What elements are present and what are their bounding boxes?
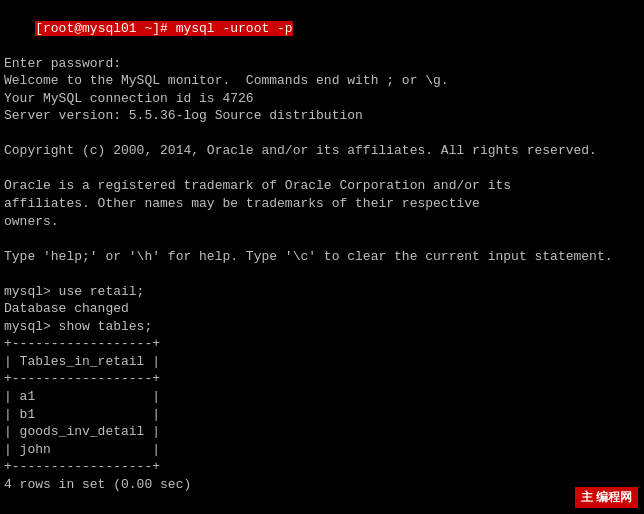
watermark-icon: 主 [581,490,593,504]
enter-password-line: Enter password: [4,55,640,73]
rows-count-line: 4 rows in set (0.00 sec) [4,476,640,494]
watermark-text: 编程网 [596,490,632,504]
welcome-line: Welcome to the MySQL monitor. Commands e… [4,72,640,90]
command-text: [root@mysql01 ~]# mysql -uroot -p [35,21,292,36]
table-border-bottom: +------------------+ [4,458,640,476]
blank-3 [4,230,640,248]
use-retail-line: mysql> use retail; [4,283,640,301]
terminal-window: [root@mysql01 ~]# mysql -uroot -p Enter … [0,0,644,514]
watermark-badge: 主 编程网 [575,487,638,508]
table-row-b1: | b1 | [4,406,640,424]
table-border-top: +------------------+ [4,335,640,353]
db-changed-line: Database changed [4,300,640,318]
oracle-line3: owners. [4,213,640,231]
show-tables-line: mysql> show tables; [4,318,640,336]
copyright-line: Copyright (c) 2000, 2014, Oracle and/or … [4,142,640,160]
oracle-line1: Oracle is a registered trademark of Orac… [4,177,640,195]
table-row-a1: | a1 | [4,388,640,406]
oracle-line2: affiliates. Other names may be trademark… [4,195,640,213]
blank-4 [4,265,640,283]
blank-2 [4,160,640,178]
blank-5 [4,493,640,511]
connection-line: Your MySQL connection id is 4726 [4,90,640,108]
table-row-goods: | goods_inv_detail | [4,423,640,441]
help-line: Type 'help;' or '\h' for help. Type '\c'… [4,248,640,266]
table-header-line: | Tables_in_retail | [4,353,640,371]
table-border-mid: +------------------+ [4,370,640,388]
table-row-john: | john | [4,441,640,459]
server-version-line: Server version: 5.5.36-log Source distri… [4,107,640,125]
command-line: [root@mysql01 ~]# mysql -uroot -p [4,2,640,55]
blank-1 [4,125,640,143]
